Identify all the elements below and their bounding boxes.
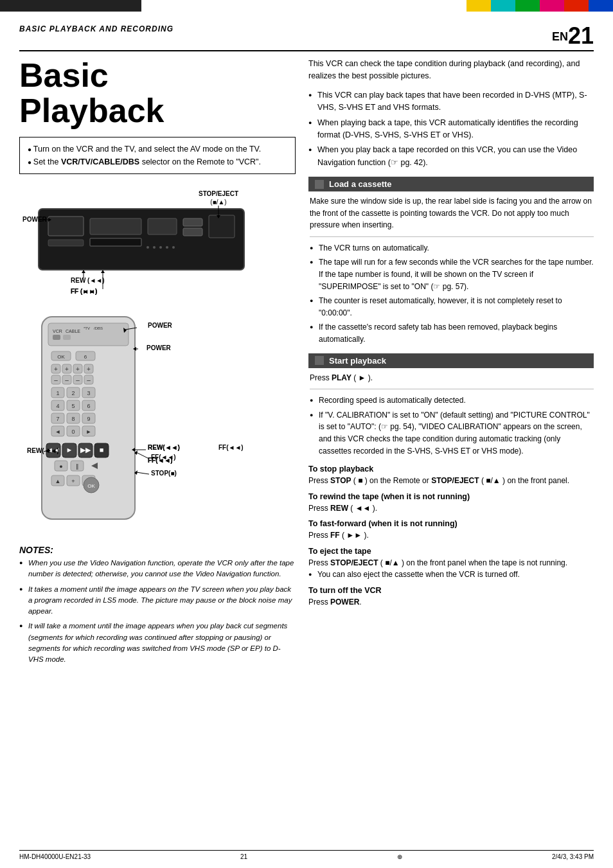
play-bullet-1: Recording speed is automatically detecte… (310, 394, 594, 407)
color-bar-blue (589, 0, 613, 12)
svg-rect-3 (148, 218, 177, 235)
load-cassette-text: Make sure the window side is up, the rea… (310, 195, 594, 231)
svg-text:FF(◄◄): FF(◄◄) (218, 444, 244, 451)
rewind-title: To rewind the tape (when it is not runni… (308, 492, 594, 501)
eject-body: Press STOP/EJECT ( ■/▲ ) on the front pa… (308, 557, 594, 581)
intro-bullet-1: This VCR can play back tapes that have b… (308, 89, 594, 114)
instruction-bullet-box: Turn on the VCR and the TV, and select t… (19, 137, 296, 174)
load-bullet-4: If the cassette's record safety tab has … (310, 321, 594, 345)
svg-line-121 (136, 472, 149, 474)
svg-point-9 (159, 246, 162, 249)
svg-text:REW (◄◄): REW (◄◄) (71, 277, 105, 284)
svg-text:*TV: *TV (84, 326, 90, 330)
turnoff-title: To turn off the VCR (308, 586, 594, 595)
svg-text:3: 3 (87, 390, 90, 396)
stopeject-bold: STOP/EJECT (431, 476, 479, 485)
top-color-bar (0, 0, 613, 12)
load-cassette-bullets: The VCR turns on automatically. The tape… (310, 242, 594, 346)
svg-point-8 (153, 246, 155, 249)
svg-point-7 (147, 246, 149, 249)
svg-text:–: – (87, 376, 91, 384)
svg-text:OK: OK (87, 483, 95, 489)
load-cassette-section: Load a cassette Make sure the window sid… (308, 177, 594, 346)
svg-rect-12 (48, 240, 84, 246)
color-bar-green (515, 0, 540, 12)
stop-playback-body: Press STOP ( ■ ) on the Remote or STOP/E… (308, 475, 594, 487)
footer-right: 2/4/3, 3:43 PM (552, 853, 594, 860)
stopeject2-bold: STOP/EJECT (330, 558, 378, 567)
svg-rect-2 (90, 218, 141, 235)
start-playback-body: Press PLAY ( ► ). Recording speed is aut… (308, 372, 594, 457)
page-number-wrap: EN21 (552, 24, 594, 48)
svg-text:–: – (76, 376, 80, 384)
svg-text:●: ● (59, 463, 62, 470)
svg-rect-6 (209, 215, 235, 238)
svg-text:9: 9 (87, 416, 90, 422)
eject-title: To eject the tape (308, 547, 594, 556)
svg-text:5: 5 (71, 403, 75, 409)
load-bullet-1: The VCR turns on automatically. (310, 242, 594, 254)
svg-text:OK: OK (57, 354, 65, 360)
page-number-en: EN (552, 30, 568, 43)
stop-playback-title: To stop playback (308, 465, 594, 474)
turnoff-body: Press POWER. (308, 596, 594, 608)
svg-rect-4 (183, 218, 202, 226)
svg-text:+: + (87, 366, 91, 373)
start-playback-header: Start playback (308, 353, 594, 368)
svg-text:REW(◄◄): REW(◄◄) (27, 447, 59, 454)
svg-text:0: 0 (71, 429, 75, 435)
svg-rect-35 (63, 335, 71, 340)
svg-text:7: 7 (56, 416, 59, 422)
selector-label: VCR/TV/CABLE/DBS (61, 157, 139, 166)
svg-text:+: + (54, 366, 58, 373)
section-title: BASIC PLAYBACK AND RECORDING (19, 24, 173, 33)
svg-rect-13 (90, 238, 141, 246)
eject-bullets: You can also eject the cassette when the… (308, 569, 594, 581)
vcr-svg: POWER STOP/EJECT (■/▲) REW (◄◄) FF (◄◄) … (19, 183, 289, 302)
notes-list: When you use the Video Navigation functi… (19, 558, 296, 665)
svg-text:6: 6 (84, 354, 87, 360)
stop-playback-section: To stop playback Press STOP ( ■ ) on the… (308, 465, 594, 487)
svg-text:8: 8 (71, 416, 75, 422)
instruction-item-1: Turn on the VCR and the TV, and select t… (28, 143, 287, 155)
remote-svg: VCR CABLE *TV /DBS OK 6 + + (19, 312, 289, 536)
eject-section: To eject the tape Press STOP/EJECT ( ■/▲… (308, 547, 594, 581)
svg-text:■: ■ (100, 446, 104, 454)
reg-mark: ⊕ (397, 853, 402, 860)
svg-text:FF (►►): FF (►►) (71, 288, 97, 295)
intro-bullet-3: When you play back a tape recorded on th… (308, 144, 594, 169)
page-big-title: Basic Playback (19, 58, 296, 128)
svg-text:/DBS: /DBS (94, 326, 103, 330)
svg-text:STOP(■): STOP(■) (151, 470, 177, 477)
svg-rect-5 (183, 228, 202, 236)
load-bullet-3: The counter is reset automatically, howe… (310, 295, 594, 319)
color-bar-yellow (466, 0, 491, 12)
svg-text:POWER: POWER (148, 322, 173, 329)
start-playback-title: Start playback (329, 356, 386, 366)
instruction-item-2: Set the VCR/TV/CABLE/DBS selector on the… (28, 155, 287, 168)
svg-text:–: – (54, 376, 58, 384)
right-column: This VCR can check the tape condition du… (308, 58, 594, 669)
note-item-3: It will take a moment until the image ap… (19, 621, 296, 665)
turnoff-section: To turn off the VCR Press POWER. (308, 586, 594, 608)
svg-text:6: 6 (87, 403, 90, 409)
top-bar-middle (141, 0, 466, 12)
page-footer: HM-DH40000U-EN21-33 21 ⊕ 2/4/3, 3:43 PM (19, 850, 594, 860)
start-playback-section: Start playback Press PLAY ( ► ). Recordi… (308, 353, 594, 457)
eject-bullet-1: You can also eject the cassette when the… (308, 569, 594, 581)
svg-text:2: 2 (71, 390, 75, 396)
intro-bullet-2: When playing back a tape, this VCR autom… (308, 117, 594, 142)
svg-text:+: + (71, 478, 75, 484)
svg-text:CABLE: CABLE (66, 329, 80, 333)
top-bar-black (0, 0, 141, 12)
rewind-body: Press REW ( ◄◄ ). (308, 502, 594, 515)
svg-line-118 (136, 452, 149, 459)
start-playback-bullets: Recording speed is automatically detecte… (310, 394, 594, 457)
page-number: 21 (568, 22, 594, 49)
notes-title: NOTES: (19, 545, 296, 555)
load-cassette-body: Make sure the window side is up, the rea… (308, 195, 594, 346)
big-title-line1: Basic (19, 58, 296, 93)
load-cassette-title: Load a cassette (329, 179, 392, 189)
svg-text:–: – (65, 376, 69, 384)
svg-text:▲: ▲ (55, 478, 61, 484)
